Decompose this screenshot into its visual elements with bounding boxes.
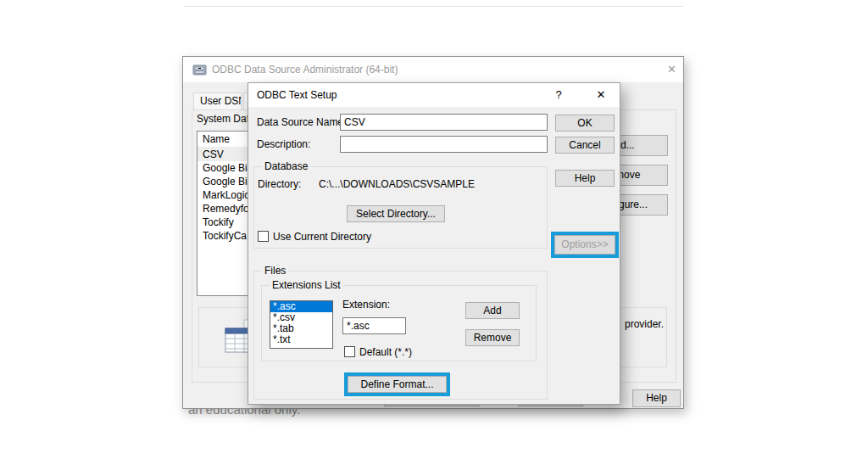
database-group-label: Database (262, 160, 310, 172)
list-column-header[interactable]: Name (198, 132, 248, 148)
list-item[interactable]: Google Big (198, 175, 248, 188)
description-text-fragment: provider. (625, 318, 664, 330)
description-label: Description: (257, 138, 310, 150)
directory-value: C:\...\DOWNLOADS\CSVSAMPLE (319, 178, 475, 190)
define-format-button[interactable]: Define Format... (348, 376, 447, 393)
odbc-text-setup-dialog: ODBC Text Setup ? ✕ Data Source Name: De… (248, 82, 620, 405)
use-current-directory-checkbox[interactable] (258, 231, 269, 242)
data-source-name-input[interactable] (340, 114, 548, 131)
extensions-list-group-label: Extensions List (270, 279, 343, 291)
extension-input[interactable] (342, 317, 406, 334)
files-group-label: Files (262, 265, 288, 277)
data-source-name-label: Data Source Name: (257, 116, 346, 128)
directory-label: Directory: (258, 178, 301, 190)
use-current-directory-label: Use Current Directory (273, 231, 371, 243)
extensions-listbox[interactable]: *.asc *.csv *.tab *.txt (270, 300, 333, 349)
list-item[interactable]: Tockify (198, 216, 248, 229)
default-extension-checkbox[interactable] (344, 346, 355, 357)
description-input[interactable] (340, 136, 548, 153)
window-close-icon[interactable]: ✕ (660, 57, 683, 82)
cancel-button[interactable]: Cancel (555, 137, 615, 154)
select-directory-button[interactable]: Select Directory... (347, 205, 445, 222)
list-item[interactable]: TockifyCa (198, 229, 248, 243)
list-item[interactable]: MarkLogic (198, 188, 248, 202)
extension-item[interactable]: *.txt (270, 334, 332, 345)
dialog-help-icon[interactable]: ? (545, 83, 572, 107)
dialog-titlebar: ODBC Text Setup ? ✕ (248, 83, 620, 107)
list-item[interactable]: CSV (198, 148, 248, 161)
options-button[interactable]: Options>> (554, 235, 615, 255)
odbc-app-icon (192, 63, 207, 79)
default-extension-label: Default (*.*) (359, 346, 412, 358)
list-item[interactable]: Remedyfo (198, 202, 248, 216)
ok-button[interactable]: OK (555, 115, 615, 132)
remove-extension-button[interactable]: Remove (465, 329, 520, 346)
system-data-sources-label: System Data Sources: (197, 113, 249, 125)
dialog-close-icon[interactable]: ✕ (584, 83, 618, 107)
add-extension-button[interactable]: Add (465, 302, 520, 319)
help-button[interactable]: Help (555, 170, 615, 187)
page-divider (185, 6, 683, 7)
page-background: an educational only. ODBC Data Source Ad… (0, 0, 868, 476)
window-title: ODBC Data Source Administrator (64-bit) (212, 57, 398, 82)
define-format-highlight: Define Format... (344, 372, 450, 396)
window-titlebar: ODBC Data Source Administrator (64-bit) … (183, 57, 683, 82)
system-dsn-list[interactable]: Name CSV Google Big Google Big MarkLogic… (197, 131, 249, 296)
window-help-button[interactable]: Help (632, 389, 681, 407)
tab-user-dsn[interactable]: User DSN (193, 92, 242, 110)
dialog-title: ODBC Text Setup (257, 83, 337, 107)
extension-label: Extension: (342, 299, 390, 311)
list-item[interactable]: Google Big (198, 161, 248, 175)
options-button-highlight: Options>> (551, 232, 619, 258)
